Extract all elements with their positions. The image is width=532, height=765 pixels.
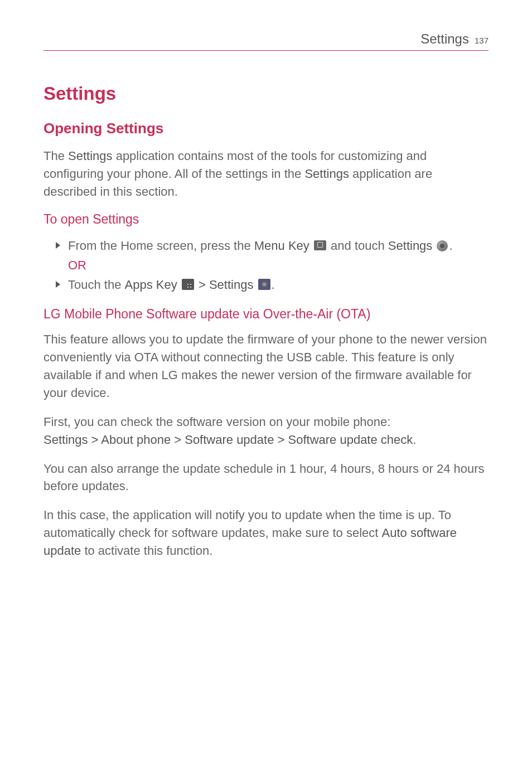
ota-paragraph-4: In this case, the application will notif… bbox=[43, 506, 489, 560]
page-header: Settings 137 bbox=[43, 31, 489, 51]
text-bold-apps-key: Apps Key bbox=[125, 278, 177, 292]
page-content: Settings Opening Settings The Settings a… bbox=[43, 51, 489, 560]
text: The bbox=[43, 149, 68, 163]
text-bold-menu-key: Menu Key bbox=[254, 239, 309, 253]
text: . bbox=[272, 278, 275, 292]
ota-paragraph-2: First, you can check the software versio… bbox=[43, 413, 489, 449]
text-bold-path: Settings > About phone > Software update… bbox=[43, 433, 413, 447]
text: First, you can check the software versio… bbox=[43, 415, 390, 429]
settings-round-icon bbox=[437, 240, 448, 251]
text-bold-settings: Settings bbox=[304, 167, 349, 181]
text: Touch the bbox=[68, 278, 125, 292]
heading-to-open-settings: To open Settings bbox=[43, 212, 489, 227]
text: > bbox=[195, 278, 209, 292]
step-item: Touch the Apps Key > Settings . bbox=[56, 275, 489, 294]
settings-square-icon bbox=[258, 279, 270, 290]
heading-settings: Settings bbox=[43, 83, 489, 104]
bullet-icon bbox=[56, 242, 60, 249]
step-item: From the Home screen, press the Menu Key… bbox=[56, 236, 489, 275]
heading-lg-ota: LG Mobile Phone Software update via Over… bbox=[43, 307, 489, 322]
text: . bbox=[449, 239, 452, 253]
steps-list: From the Home screen, press the Menu Key… bbox=[43, 236, 489, 295]
text-bold-settings: Settings bbox=[209, 278, 254, 292]
text-or: OR bbox=[68, 258, 86, 272]
page-number: 137 bbox=[475, 36, 489, 45]
text: to activate this function. bbox=[81, 544, 212, 558]
bullet-icon bbox=[56, 281, 60, 288]
text: and touch bbox=[327, 239, 388, 253]
text-bold-settings: Settings bbox=[388, 239, 433, 253]
ota-paragraph-3: You can also arrange the update schedule… bbox=[43, 460, 489, 496]
heading-opening-settings: Opening Settings bbox=[43, 120, 489, 137]
apps-key-icon bbox=[182, 279, 194, 290]
text: From the Home screen, press the bbox=[68, 239, 254, 253]
header-section-title: Settings bbox=[420, 31, 469, 47]
intro-paragraph: The Settings application contains most o… bbox=[43, 147, 489, 201]
menu-key-icon bbox=[314, 240, 326, 250]
text-bold-settings: Settings bbox=[68, 149, 113, 163]
text: . bbox=[413, 433, 416, 447]
ota-paragraph-1: This feature allows you to update the fi… bbox=[43, 331, 489, 402]
